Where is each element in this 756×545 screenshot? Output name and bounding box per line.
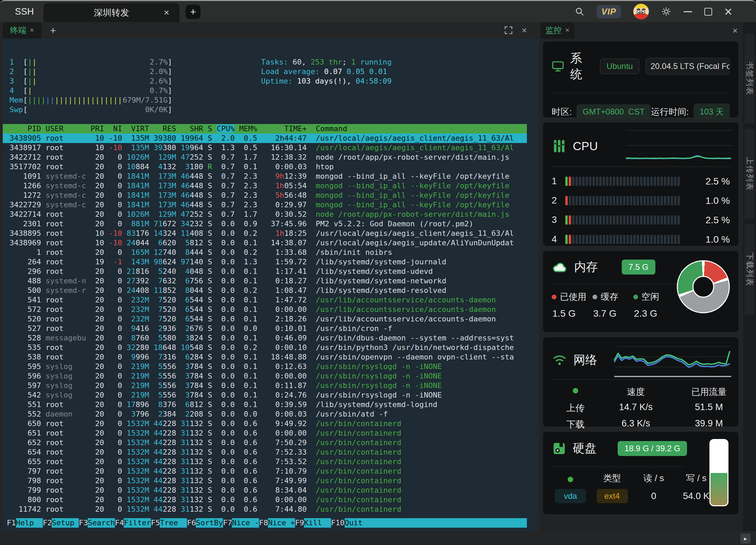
htop-process-row[interactable]: 797 root 20 0 1532M 44228 31132 S 0.0 0.… <box>3 467 527 476</box>
htop-process-row[interactable]: 651 root 20 0 1532M 44228 31132 S 0.0 0.… <box>3 428 527 438</box>
htop-fnkey[interactable]: F4 <box>115 518 124 528</box>
htop-fnkey-label[interactable]: Filter <box>124 518 151 528</box>
htop-process-row[interactable]: 3438905 root 10 -10 135M 39380 19964 S 2… <box>3 134 527 143</box>
htop-process-row[interactable]: 1091 systemd-c 20 0 1841M 173M 46448 S 0… <box>3 172 527 181</box>
htop-process-row[interactable]: 1272 systemd-c 20 0 1841M 173M 46448 S 0… <box>3 191 527 200</box>
htop-fnkey-label[interactable]: Tree <box>160 518 187 528</box>
htop-process-row[interactable]: 3422712 root 20 0 1026M 129M 47252 S 0.7… <box>3 153 527 162</box>
htop-fnkey-label[interactable]: Kill <box>304 518 331 528</box>
gear-icon[interactable] <box>661 6 671 17</box>
search-icon[interactable] <box>575 7 584 16</box>
htop-fnkey[interactable]: F6 <box>187 518 196 528</box>
monitor-panel-close-icon[interactable]: × <box>733 25 738 36</box>
htop-fnkey[interactable]: F7 <box>223 518 232 528</box>
monitor-tab-label: 监控 <box>546 25 562 36</box>
cpu-card: CPU 12.5 %21.0 %32.5 %41.0 % <box>543 122 739 246</box>
side-tab-1[interactable]: 上传列表 <box>744 129 755 219</box>
htop-fnkey-label[interactable]: Help <box>16 518 43 528</box>
htop-process-row[interactable]: 2301 root 20 0 881M 71672 34232 S 0.0 0.… <box>3 219 527 229</box>
htop-fnkey-label[interactable]: Nice + <box>268 518 295 528</box>
htop-process-row[interactable]: 595 syslog 20 0 219M 5556 3784 S 0.0 0.1… <box>3 362 527 371</box>
htop-process-row[interactable]: 3422729 systemd-c 20 0 1841M 173M 46448 … <box>3 200 527 210</box>
htop-fnkey[interactable]: F5 <box>151 518 160 528</box>
htop-process-row[interactable]: 551 root 20 0 17896 8376 6812 S 0.0 0.1 … <box>3 400 527 409</box>
htop-process-row[interactable]: 3422714 root 20 0 1026M 129M 47252 S 0.7… <box>3 210 527 219</box>
htop-process-row[interactable]: 520 root 20 0 232M 7520 6544 S 0.0 0.1 2… <box>3 314 527 324</box>
htop-process-row[interactable]: 800 root 20 0 1532M 44228 31132 S 0.0 0.… <box>3 495 527 505</box>
htop-process-row[interactable]: 264 root 19 -1 143M 98624 97140 S 0.0 1.… <box>3 257 527 267</box>
htop-fnkey-label[interactable]: Quit <box>345 518 527 528</box>
htop-process-row[interactable]: 541 root 20 0 232M 7520 6544 S 0.0 0.1 1… <box>3 295 527 305</box>
htop-process-row[interactable]: 3517702 root 20 0 10884 4132 3180 R 0.7 … <box>3 162 527 172</box>
terminal-tab[interactable]: 终端 × <box>3 22 41 38</box>
close-window-button[interactable]: × <box>724 5 732 18</box>
terminal-screen[interactable]: 1 [||2.7%]2 [||2.0%]3 [||2.6%]4 [|0.7%]M… <box>3 38 538 531</box>
monitor-tab-close-icon[interactable]: × <box>565 26 570 35</box>
avatar[interactable] <box>633 4 649 19</box>
htop-process-row[interactable]: 3438917 root 10 -10 135M 39380 19964 S 1… <box>3 143 527 153</box>
expand-icon[interactable] <box>504 26 513 35</box>
memory-legend-value: 2.3 G <box>633 308 674 319</box>
htop-process-row[interactable]: 1266 systemd-c 20 0 1841M 173M 46448 S 0… <box>3 181 527 191</box>
htop-fnkey-label[interactable]: Nice - <box>232 518 259 528</box>
htop-process-row[interactable]: 296 root 20 0 21816 5240 4048 S 0.0 0.1 … <box>3 267 527 276</box>
htop-process-row[interactable]: 572 root 20 0 232M 7520 6544 S 0.0 0.1 0… <box>3 305 527 314</box>
htop-process-row[interactable]: 527 root 20 0 9416 2936 2676 S 0.0 0.0 0… <box>3 324 527 333</box>
memory-donut-chart <box>677 260 730 313</box>
htop-process-row[interactable]: 798 root 20 0 1532M 44228 31132 S 0.0 0.… <box>3 476 527 486</box>
disk-read-header: 读 / s <box>635 472 672 484</box>
htop-process-row[interactable]: 799 root 20 0 1532M 44228 31132 S 0.0 0.… <box>3 486 527 495</box>
terminal-tab-close-icon[interactable]: × <box>30 26 34 35</box>
htop-fnkey[interactable]: F8 <box>259 518 268 528</box>
htop-process-row[interactable]: 655 root 20 0 1532M 44228 31132 S 0.0 0.… <box>3 457 527 467</box>
htop-process-table: PID USER PRI NI VIRT RES SHR S CPU% MEM%… <box>3 124 538 514</box>
htop-process-row[interactable]: 11742 root 20 0 1532M 44228 31132 S 0.0 … <box>3 505 527 514</box>
vip-badge[interactable]: VIP <box>597 5 621 18</box>
new-session-tab-button[interactable]: + <box>186 5 201 19</box>
htop-process-row[interactable]: 596 syslog 20 0 219M 5556 3784 S 0.0 0.1… <box>3 371 527 381</box>
htop-process-row[interactable]: 500 systemd-r 20 0 24408 11852 8044 S 0.… <box>3 286 527 295</box>
htop-process-row[interactable]: 535 root 20 0 32280 18648 10548 S 0.0 0.… <box>3 343 527 352</box>
terminal-panel-close-icon[interactable]: × <box>522 25 527 36</box>
htop-process-row[interactable]: 1 root 20 0 165M 12740 8444 S 0.0 0.2 1:… <box>3 248 527 257</box>
side-tab-0[interactable]: 书签列表 <box>744 33 755 124</box>
htop-process-row[interactable]: 3438969 root 10 -10 24044 6620 5812 S 0.… <box>3 238 527 248</box>
htop-process-row[interactable]: 488 systemd-n 20 0 27392 7632 6756 S 0.0… <box>3 276 527 286</box>
htop-process-row[interactable]: 528 messagebu 20 0 8760 5580 3824 S 0.0 … <box>3 333 527 343</box>
session-tab[interactable]: 深圳转发 × <box>44 3 179 22</box>
cpu-sparkline-chart <box>622 127 735 164</box>
htop-process-row[interactable]: 650 root 20 0 1532M 44228 31132 S 0.0 0.… <box>3 419 527 428</box>
htop-meter-line: Mem[|||||||||||||||||||||679M/7.51G] <box>3 95 538 105</box>
terminal-tab-label: 终端 <box>10 25 27 36</box>
htop-process-row[interactable]: 552 daemon 20 0 3796 2384 2208 S 0.0 0.0… <box>3 409 527 419</box>
htop-fnkey[interactable]: F3 <box>79 518 88 528</box>
side-tab-2[interactable]: 下载列表 <box>744 224 755 315</box>
htop-process-row[interactable]: 538 root 20 0 9996 7316 6284 S 0.0 0.1 1… <box>3 352 527 362</box>
htop-fnkey-label[interactable]: Setup <box>52 518 79 528</box>
panel-toggle-button[interactable]: ▸ <box>740 533 751 544</box>
htop-fnkey[interactable]: F1 <box>7 518 16 528</box>
htop-process-row[interactable]: 652 root 20 0 1532M 44228 31132 S 0.0 0.… <box>3 438 527 447</box>
os-version[interactable]: 20.04.5 LTS (Focal Fossa <box>646 58 730 75</box>
session-tab-close-icon[interactable]: × <box>164 8 169 17</box>
htop-fnkey-label[interactable]: Search <box>88 518 115 528</box>
disk-gauge <box>709 439 728 506</box>
htop-summary-line: Uptime: 103 days(!), 04:58:09 <box>261 76 392 86</box>
htop-process-row[interactable]: 654 root 20 0 1532M 44228 31132 S 0.0 0.… <box>3 447 527 457</box>
htop-fnkey[interactable]: F2 <box>43 518 52 528</box>
network-status-dot <box>573 388 578 393</box>
htop-table-header[interactable]: PID USER PRI NI VIRT RES SHR S CPU% MEM%… <box>3 124 527 134</box>
htop-process-row[interactable]: 542 syslog 20 0 219M 5556 3784 S 0.0 0.1… <box>3 390 527 400</box>
htop-fnkey[interactable]: F9 <box>295 518 304 528</box>
monitor-tab[interactable]: 监控 × <box>540 22 574 38</box>
htop-process-row[interactable]: 3438895 root 10 -10 83176 14324 11408 S … <box>3 229 527 238</box>
htop-fnkey[interactable]: F10 <box>331 518 345 528</box>
htop-process-row[interactable]: 597 syslog 20 0 219M 5556 3784 S 0.0 0.1… <box>3 381 527 390</box>
memory-legend-item: 缓存 <box>592 291 633 303</box>
htop-fnkey-label[interactable]: SortBy <box>196 518 223 528</box>
maximize-button[interactable] <box>704 8 712 16</box>
network-card: 网络 速度已用流量上传14.7 K/s51.5 M下载6.3 K/s39.9 M <box>543 337 739 427</box>
new-terminal-button[interactable]: + <box>46 24 60 37</box>
network-speed-header: 速度 <box>599 386 672 398</box>
minimize-button[interactable] <box>684 11 692 12</box>
